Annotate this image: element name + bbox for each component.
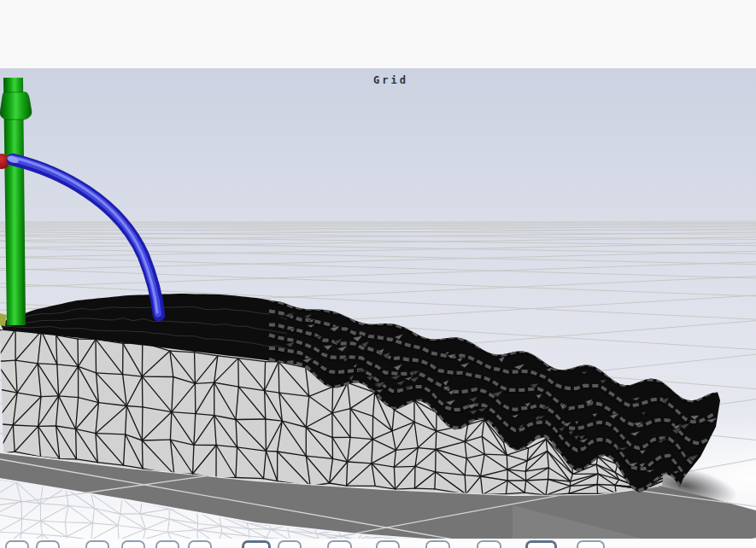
scene-canvas[interactable]: [0, 68, 756, 539]
toolbar-button-8[interactable]: [278, 540, 302, 548]
toolbar-button-6[interactable]: [188, 540, 212, 548]
toolbar-button-14[interactable]: [577, 540, 605, 548]
toolbar-button-10[interactable]: [376, 540, 400, 548]
toolbar-button-4[interactable]: [121, 540, 145, 548]
toolbar-button-5[interactable]: [155, 540, 179, 548]
toolbar-button-12[interactable]: [477, 540, 501, 548]
bottom-toolbar: [0, 539, 756, 548]
3d-viewport[interactable]: Grid: [0, 68, 756, 539]
toolbar-button-11[interactable]: [425, 540, 450, 548]
toolbar-button-1[interactable]: [5, 540, 29, 548]
toolbar-button-9[interactable]: [327, 540, 352, 548]
toolbar-button-7[interactable]: [242, 540, 271, 548]
cylinder-flange: [0, 92, 32, 120]
top-bar: [0, 0, 756, 68]
toolbar-button-3[interactable]: [85, 540, 109, 548]
viewport-title: Grid: [0, 74, 756, 86]
toolbar-button-13[interactable]: [525, 540, 557, 548]
toolbar-button-2[interactable]: [36, 540, 60, 548]
